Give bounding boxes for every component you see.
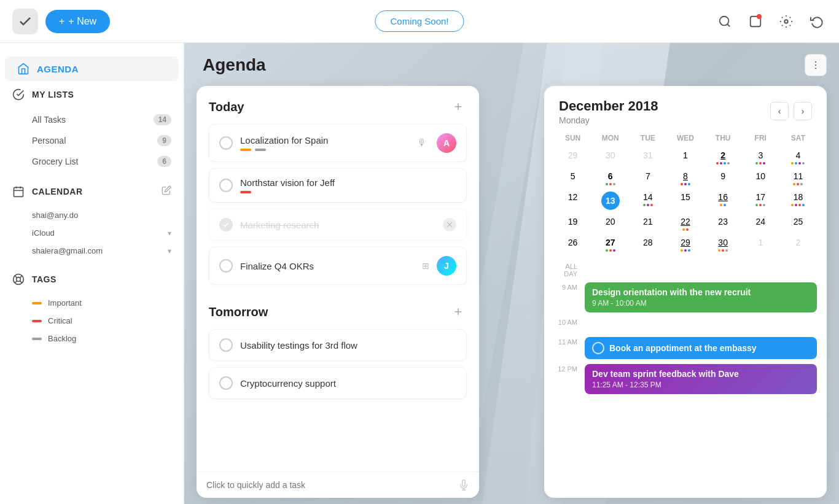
event-embassy[interactable]: Book an appotiment at the embassy <box>585 337 817 359</box>
cal-date[interactable]: 30 <box>591 147 629 167</box>
task-card: Finalize Q4 OKRs ⊞ J <box>209 247 467 285</box>
remove-task-button[interactable]: ✕ <box>443 218 456 231</box>
calendar-scroll[interactable]: December 2018 Monday ‹ › SUN MON TUE WED <box>544 86 827 498</box>
today-header: Today + <box>209 98 467 115</box>
cal-date[interactable]: 5 <box>554 168 591 188</box>
cal-date[interactable]: 18 <box>779 189 817 212</box>
cal-date[interactable]: 3 <box>742 147 779 167</box>
cal-date[interactable]: 22 <box>666 214 704 233</box>
tomorrow-section: Tomorrow + Usability testings for 3rd fl… <box>197 291 479 399</box>
coming-soon-button[interactable]: Coming Soon! <box>375 10 464 32</box>
task-checkbox[interactable] <box>219 136 233 150</box>
topbar-icons <box>715 12 827 31</box>
cal-date[interactable]: 7 <box>629 168 666 188</box>
cal-date[interactable]: 1 <box>742 235 779 254</box>
settings-button[interactable] <box>776 12 796 31</box>
date-dots <box>743 162 778 165</box>
dow-tue: TUE <box>629 131 666 145</box>
quick-add-input[interactable] <box>206 480 452 490</box>
chevron-down-icon: ▾ <box>168 247 171 255</box>
cal-date[interactable]: 9 <box>704 168 742 188</box>
notifications-button[interactable] <box>746 12 765 31</box>
event-dev-sprint[interactable]: Dev team sprint feedback with Dave 11:25… <box>585 364 817 394</box>
date-dots <box>781 183 816 185</box>
cal-date[interactable]: 6 <box>591 168 629 188</box>
task-checkbox[interactable] <box>219 376 233 390</box>
event-time: 9 AM - 10:00 AM <box>592 299 810 308</box>
new-button[interactable]: + + New <box>45 10 110 33</box>
cal-date[interactable]: 23 <box>704 214 742 233</box>
cal-date[interactable]: 31 <box>629 147 666 167</box>
cal-date[interactable]: 1 <box>666 147 704 167</box>
cal-date[interactable]: 25 <box>779 214 817 233</box>
search-button[interactable] <box>715 12 735 31</box>
cal-date[interactable]: 24 <box>742 214 779 233</box>
cal-date[interactable]: 2 <box>779 235 817 254</box>
cal-date[interactable]: 29 <box>666 235 704 254</box>
list-item-personal[interactable]: Personal 9 <box>0 130 184 151</box>
list-item-all-tasks[interactable]: All Tasks 14 <box>0 109 184 130</box>
prev-month-button[interactable]: ‹ <box>770 102 789 120</box>
task-tag-dot <box>255 149 266 151</box>
cal-date[interactable]: 10 <box>742 168 779 188</box>
task-checkbox-completed[interactable] <box>219 218 233 231</box>
more-options-button[interactable] <box>805 54 827 76</box>
task-card: Northstar vision for Jeff <box>209 168 467 203</box>
my-lists-section[interactable]: MY LISTS <box>0 82 184 107</box>
cal-account-gmail[interactable]: shaiera@gmail.com ▾ <box>32 242 184 260</box>
list-item-grocery[interactable]: Grocery List 6 <box>0 151 184 172</box>
calendar-accounts: shai@any.do iCloud ▾ shaiera@gmail.com ▾ <box>0 204 184 267</box>
edit-calendar-icon[interactable] <box>162 185 171 198</box>
cal-date[interactable]: 29 <box>554 147 591 167</box>
my-lists-items: All Tasks 14 Personal 9 Grocery List 6 <box>0 109 184 172</box>
time-label-12pm: 12 PM <box>554 364 577 373</box>
task-card: Localization for Spain 🎙 A <box>209 124 467 162</box>
mic-icon[interactable]: 🎙 <box>417 138 427 149</box>
cal-date[interactable]: 15 <box>666 189 704 212</box>
date-dots <box>630 204 665 206</box>
cal-date[interactable]: 26 <box>554 235 591 254</box>
cal-account-shai[interactable]: shai@any.do <box>32 206 184 224</box>
week-row: 5 6 7 8 <box>554 168 817 188</box>
cal-date[interactable]: 16 <box>704 189 742 212</box>
tag-important[interactable]: Important <box>32 294 184 312</box>
mic-input-icon[interactable] <box>458 479 469 490</box>
cal-date[interactable]: 30 <box>704 235 742 254</box>
cal-date-today[interactable]: 13 <box>591 189 629 212</box>
cal-date[interactable]: 21 <box>629 214 666 233</box>
home-icon <box>17 63 29 75</box>
cal-date[interactable]: 20 <box>591 214 629 233</box>
task-checkbox[interactable] <box>219 338 233 352</box>
svg-line-12 <box>20 276 22 278</box>
tag-backlog[interactable]: Backlog <box>32 330 184 347</box>
cal-account-icloud[interactable]: iCloud ▾ <box>32 224 184 242</box>
refresh-button[interactable] <box>807 12 827 31</box>
cal-date[interactable]: 11 <box>779 168 817 188</box>
add-today-button[interactable]: + <box>450 98 467 115</box>
sidebar-item-agenda[interactable]: AGENDA <box>5 56 179 81</box>
tags-section[interactable]: TAGS <box>0 267 184 292</box>
cal-date[interactable]: 27 <box>591 235 629 254</box>
task-checkbox[interactable] <box>219 259 233 273</box>
cal-date[interactable]: 4 <box>779 147 817 167</box>
task-checkbox[interactable] <box>219 179 233 192</box>
cal-date[interactable]: 28 <box>629 235 666 254</box>
cal-date[interactable]: 12 <box>554 189 591 212</box>
tasks-scroll[interactable]: Today + Localization for Spain <box>197 86 479 498</box>
cal-date[interactable]: 17 <box>742 189 779 212</box>
cal-date[interactable]: 14 <box>629 189 666 212</box>
event-design-orientation[interactable]: Design orientation with the new recruit … <box>585 282 817 312</box>
cal-date[interactable]: 2 <box>704 147 742 167</box>
tag-critical[interactable]: Critical <box>32 312 184 330</box>
days-of-week-row: SUN MON TUE WED THU FRI SAT <box>554 131 817 145</box>
task-name: Northstar vision for Jeff <box>240 177 456 188</box>
add-tomorrow-button[interactable]: + <box>450 303 467 320</box>
cal-date[interactable]: 19 <box>554 214 591 233</box>
next-month-button[interactable]: › <box>794 102 812 120</box>
time-row-10am: 10 AM <box>554 317 817 332</box>
task-action-icon[interactable]: ⊞ <box>422 261 429 271</box>
task-body: Localization for Spain <box>240 135 410 151</box>
calendar-section[interactable]: CALENDAR <box>0 179 184 204</box>
list-badge: 6 <box>157 156 171 167</box>
cal-date[interactable]: 8 <box>666 168 704 188</box>
